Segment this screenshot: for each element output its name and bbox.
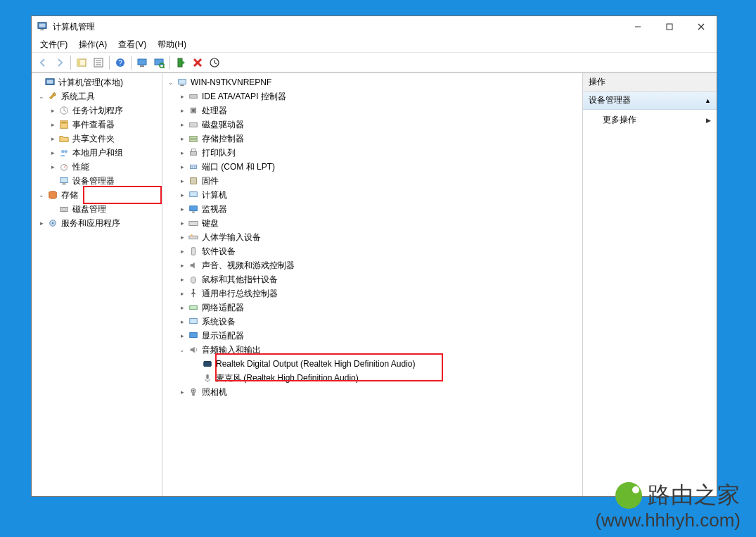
expander-icon[interactable]: ▸ bbox=[177, 147, 188, 158]
expander-icon[interactable]: ⌄ bbox=[177, 344, 188, 355]
device-system[interactable]: ▸系统设备 bbox=[162, 315, 582, 329]
console-tree[interactable]: ▸ 计算机管理(本地) ⌄ 系统工具 ▸ 任务计划程序 ▸ 事件 bbox=[32, 73, 162, 232]
device-storage-ctrl[interactable]: ▸存储控制器 bbox=[162, 132, 582, 146]
expander-icon[interactable]: ▸ bbox=[177, 175, 188, 187]
event-viewer-icon bbox=[58, 119, 70, 130]
expander-icon[interactable]: ▸ bbox=[177, 330, 188, 341]
device-monitors[interactable]: ▸监视器 bbox=[162, 202, 582, 216]
expander-icon[interactable]: ▸ bbox=[177, 302, 188, 313]
expander-icon[interactable]: ▸ bbox=[36, 217, 47, 229]
expander-icon[interactable]: ⌄ bbox=[36, 189, 47, 201]
device-hid[interactable]: ▸人体学输入设备 bbox=[162, 230, 582, 244]
menu-view[interactable]: 查看(V) bbox=[113, 37, 152, 52]
titlebar[interactable]: 计算机管理 bbox=[32, 16, 717, 37]
maximize-button[interactable] bbox=[653, 17, 685, 37]
actions-subheader[interactable]: 设备管理器 ▲ bbox=[583, 91, 717, 110]
tree-label: 磁盘管理 bbox=[72, 203, 106, 215]
enable-button[interactable] bbox=[172, 54, 189, 71]
expander-icon[interactable]: ▸ bbox=[47, 133, 58, 144]
svg-point-50 bbox=[191, 166, 193, 168]
tree-performance[interactable]: ▸ 性能 bbox=[32, 160, 162, 174]
expander-icon[interactable]: ▸ bbox=[177, 119, 188, 130]
expander-icon[interactable]: ▸ bbox=[47, 119, 58, 130]
tree-shared-folders[interactable]: ▸ 共享文件夹 bbox=[32, 132, 162, 146]
svg-rect-16 bbox=[140, 65, 144, 67]
disable-button[interactable] bbox=[189, 54, 206, 71]
device-display[interactable]: ▸显示适配器 bbox=[162, 329, 582, 343]
expander-icon[interactable]: ▸ bbox=[177, 316, 188, 327]
expander-icon[interactable]: ▸ bbox=[177, 260, 188, 271]
keyboard-icon bbox=[188, 217, 199, 229]
tree-disk-mgmt[interactable]: ▸ 磁盘管理 bbox=[32, 202, 162, 216]
expander-icon[interactable]: ▸ bbox=[177, 246, 188, 257]
expander-icon[interactable]: ⌄ bbox=[165, 77, 177, 88]
svg-point-60 bbox=[191, 277, 196, 284]
device-software[interactable]: ▸软件设备 bbox=[162, 244, 582, 258]
expander-icon[interactable]: ▸ bbox=[177, 161, 188, 172]
svg-rect-15 bbox=[138, 59, 146, 65]
computer-icon bbox=[188, 189, 199, 201]
expander-icon[interactable]: ⌄ bbox=[36, 91, 47, 102]
expander-icon[interactable]: ▸ bbox=[47, 105, 58, 116]
expander-icon[interactable]: ▸ bbox=[177, 288, 188, 299]
tree-root[interactable]: ▸ 计算机管理(本地) bbox=[32, 75, 162, 89]
device-computers[interactable]: ▸计算机 bbox=[162, 188, 582, 202]
expander-icon[interactable]: ▸ bbox=[177, 105, 188, 116]
expander-icon[interactable]: ▸ bbox=[47, 161, 58, 172]
tree-task-scheduler[interactable]: ▸ 任务计划程序 bbox=[32, 103, 162, 118]
tree-label: 网络适配器 bbox=[202, 302, 244, 314]
monitor-icon bbox=[188, 203, 199, 215]
device-mice[interactable]: ▸鼠标和其他指针设备 bbox=[162, 272, 582, 286]
svg-rect-48 bbox=[191, 149, 195, 152]
device-cameras[interactable]: ▸照相机 bbox=[162, 385, 582, 399]
expander-icon[interactable]: ▸ bbox=[177, 232, 188, 243]
device-microphone[interactable]: ▸麦克风 (Realtek High Definition Audio) bbox=[162, 371, 582, 385]
expander-icon[interactable]: ▸ bbox=[177, 91, 188, 102]
tree-event-viewer[interactable]: ▸ 事件查看器 bbox=[32, 118, 162, 132]
expander-icon[interactable]: ▸ bbox=[177, 189, 188, 201]
device-disk-drives[interactable]: ▸磁盘驱动器 bbox=[162, 118, 582, 132]
close-button[interactable] bbox=[685, 17, 717, 37]
device-audio-output[interactable]: ▸Realtek Digital Output (Realtek High De… bbox=[162, 357, 582, 371]
svg-rect-54 bbox=[190, 206, 198, 211]
device-keyboards[interactable]: ▸键盘 bbox=[162, 216, 582, 230]
expander-icon[interactable]: ▸ bbox=[47, 147, 58, 158]
device-print-queues[interactable]: ▸打印队列 bbox=[162, 146, 582, 160]
expander-icon[interactable]: ▸ bbox=[177, 274, 188, 285]
audio-device-icon bbox=[202, 358, 213, 369]
device-audio-io[interactable]: ⌄音频输入和输出 bbox=[162, 343, 582, 357]
menu-file[interactable]: 文件(F) bbox=[34, 37, 73, 52]
device-usb[interactable]: ▸通用串行总线控制器 bbox=[162, 286, 582, 301]
device-processors[interactable]: ▸处理器 bbox=[162, 103, 582, 118]
device-network[interactable]: ▸网络适配器 bbox=[162, 301, 582, 315]
menu-action[interactable]: 操作(A) bbox=[73, 37, 113, 52]
back-button[interactable] bbox=[34, 54, 51, 71]
svg-rect-32 bbox=[60, 178, 68, 183]
collapse-icon[interactable]: ▲ bbox=[705, 97, 711, 104]
tree-services-apps[interactable]: ▸ 服务和应用程序 bbox=[32, 216, 162, 230]
properties-button[interactable] bbox=[90, 54, 107, 71]
scan-hardware-button[interactable] bbox=[150, 54, 167, 71]
tree-storage[interactable]: ⌄ 存储 bbox=[32, 188, 162, 202]
device-sound-video-game[interactable]: ▸声音、视频和游戏控制器 bbox=[162, 258, 582, 272]
minimize-button[interactable] bbox=[622, 17, 653, 37]
device-firmware[interactable]: ▸固件 bbox=[162, 174, 582, 188]
expander-icon[interactable]: ▸ bbox=[177, 217, 188, 229]
forward-button[interactable] bbox=[51, 54, 68, 71]
menu-help[interactable]: 帮助(H) bbox=[152, 37, 192, 52]
expander-icon[interactable]: ▸ bbox=[177, 203, 188, 215]
expander-icon[interactable]: ▸ bbox=[177, 386, 188, 398]
actions-more[interactable]: 更多操作 ▶ bbox=[583, 110, 717, 130]
device-computer[interactable]: ⌄ WIN-N9TKVNREPNF bbox=[162, 75, 582, 89]
tree-device-manager[interactable]: ▸ 设备管理器 bbox=[32, 174, 162, 188]
device-tree[interactable]: ⌄ WIN-N9TKVNREPNF ▸IDE ATA/ATAPI 控制器 ▸处理… bbox=[162, 73, 582, 401]
update-driver-button[interactable] bbox=[206, 54, 223, 71]
expander-icon[interactable]: ▸ bbox=[177, 133, 188, 144]
device-ports[interactable]: ▸端口 (COM 和 LPT) bbox=[162, 160, 582, 174]
show-hide-tree-button[interactable] bbox=[73, 54, 90, 71]
computer-icon-button[interactable] bbox=[134, 54, 150, 71]
help-button[interactable]: ? bbox=[112, 54, 129, 71]
tree-sys-tools[interactable]: ⌄ 系统工具 bbox=[32, 89, 162, 103]
tree-local-users[interactable]: ▸ 本地用户和组 bbox=[32, 146, 162, 160]
device-ide[interactable]: ▸IDE ATA/ATAPI 控制器 bbox=[162, 89, 582, 103]
